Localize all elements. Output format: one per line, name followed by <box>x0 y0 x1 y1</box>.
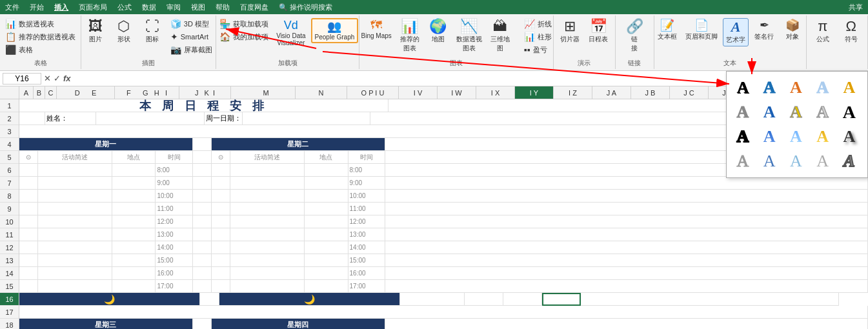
wordart-item-12[interactable]: A <box>758 126 780 148</box>
name-value[interactable] <box>96 112 205 125</box>
get-addins-btn[interactable]: 🏪 获取加载项 <box>217 18 271 30</box>
line-chart-btn[interactable]: 📈 折线 <box>521 18 554 30</box>
col-header-IX[interactable]: I X <box>476 86 515 99</box>
recommended-pivot-btn[interactable]: 📋 推荐的数据透视表 <box>3 31 78 43</box>
wordart-item-9[interactable]: A <box>812 101 834 123</box>
mon-r6-c3[interactable] <box>112 164 156 177</box>
tue-r6-c3[interactable] <box>305 164 348 177</box>
menu-insert[interactable]: 插入 <box>54 3 68 12</box>
col-header-IZ[interactable]: I Z <box>554 86 592 99</box>
selected-cell-IY16[interactable] <box>542 293 581 306</box>
wordart-item-10[interactable]: A <box>838 101 860 123</box>
icons-btn[interactable]: ⛶ 图标 <box>139 18 165 45</box>
wordart-item-5[interactable]: A <box>838 77 860 99</box>
monday-date-value[interactable] <box>243 112 370 125</box>
gap-4[interactable] <box>193 138 212 151</box>
text-group-label: 文本 <box>723 57 736 68</box>
textbox-icon: 📝 <box>660 19 674 31</box>
col-header-N[interactable]: N <box>296 86 347 99</box>
formula-check-btn[interactable]: ✓ <box>54 74 61 83</box>
col-header-JA[interactable]: J A <box>592 86 631 99</box>
col-header-IY[interactable]: I Y <box>515 86 554 99</box>
col-header-E[interactable]: F G H I <box>115 86 179 99</box>
wordart-item-17[interactable]: A <box>758 150 780 172</box>
wordart-item-20[interactable]: A <box>838 150 860 172</box>
wordart-item-1[interactable]: A <box>732 77 754 99</box>
col-header-B[interactable]: B <box>34 86 45 99</box>
col-header-JC[interactable]: J C <box>670 86 709 99</box>
col-header-M[interactable]: M <box>231 86 296 99</box>
wordart-item-14[interactable]: A <box>812 126 834 148</box>
wordart-item-15[interactable]: A <box>838 126 860 148</box>
wordart-item-18[interactable]: A <box>785 150 807 172</box>
wordart-item-7[interactable]: A <box>758 101 780 123</box>
visio-btn[interactable]: Vd Visio DataVisualizer <box>274 18 308 48</box>
menu-review[interactable]: 审阅 <box>167 3 181 12</box>
shapes-btn[interactable]: ⬡ 形状 <box>111 18 137 45</box>
mon-r6-c1[interactable] <box>19 164 38 177</box>
header-footer-btn[interactable]: 📄 页眉和页脚 <box>683 18 720 43</box>
slicer-btn[interactable]: ⊞ 切片器 <box>557 18 583 45</box>
screenshot-btn[interactable]: 📷 屏幕截图 <box>168 44 215 55</box>
wordart-item-16[interactable]: A <box>732 150 754 172</box>
my-addins-btn[interactable]: 🏠 我的加载项 <box>217 31 271 43</box>
table-btn[interactable]: ⬛ 表格 <box>3 44 78 55</box>
menu-home[interactable]: 开始 <box>30 3 44 12</box>
wordart-item-4[interactable]: A <box>812 77 834 99</box>
textbox-btn[interactable]: 📝 文本框 <box>654 18 680 43</box>
winloss-chart-btn[interactable]: ▪▪ 盈亏 <box>521 44 554 55</box>
col-header-JB[interactable]: J B <box>631 86 670 99</box>
people-graph-btn[interactable]: 👥 People Graph <box>311 18 359 43</box>
smartart-btn[interactable]: ✦ SmartArt <box>168 31 215 43</box>
tue-r6-c1[interactable] <box>212 164 230 177</box>
menu-file[interactable]: 文件 <box>5 3 19 12</box>
menu-formula[interactable]: 公式 <box>117 3 132 12</box>
bing-maps-btn[interactable]: 🗺 Bing Maps <box>359 18 394 41</box>
wordart-btn[interactable]: A 艺术字 <box>723 18 749 46</box>
menu-help[interactable]: 帮助 <box>216 3 230 12</box>
wordart-item-13[interactable]: A <box>785 126 807 148</box>
gap-5[interactable] <box>193 151 212 164</box>
cell-a2[interactable] <box>19 112 45 125</box>
formula-x-btn[interactable]: ✕ <box>44 74 51 83</box>
pivot-chart-btn[interactable]: 📉 数据透视图表 <box>454 18 485 54</box>
3d-model-btn[interactable]: 🧊 3D 模型 <box>168 18 215 30</box>
bar-chart-btn[interactable]: 📊 柱形 <box>521 31 554 43</box>
col-header-A[interactable]: A <box>19 86 34 99</box>
wordart-grid: A A A A A A A A A A A A A A A A A A A A <box>727 72 867 177</box>
menu-search[interactable]: 🔍 操作说明搜索 <box>279 3 332 12</box>
col-header-IW[interactable]: I W <box>438 86 476 99</box>
maps-btn[interactable]: 🌍 地图 <box>425 18 451 45</box>
signature-btn[interactable]: ✒ 签名行 <box>751 18 777 43</box>
menu-page-layout[interactable]: 页面布局 <box>79 3 107 12</box>
wordart-item-19[interactable]: A <box>812 150 834 172</box>
wordart-item-8[interactable]: A <box>785 101 807 123</box>
symbol-btn[interactable]: Ω 符号 <box>838 18 864 45</box>
icons-icon: ⛶ <box>145 19 159 34</box>
object-btn[interactable]: 📦 对象 <box>780 18 805 43</box>
col-header-F[interactable]: J K I <box>179 86 231 99</box>
menu-baidu[interactable]: 百度网盘 <box>240 3 268 12</box>
timeline-btn[interactable]: 📅 日程表 <box>585 18 611 45</box>
gap-6[interactable] <box>193 164 212 177</box>
cell-reference-input[interactable] <box>3 73 41 85</box>
picture-btn[interactable]: 🖼 图片 <box>83 18 108 45</box>
col-header-O[interactable]: O P I U <box>347 86 399 99</box>
recommended-charts-btn[interactable]: 📊 推荐的图表 <box>397 18 423 54</box>
mon-r6-c2[interactable] <box>38 164 112 177</box>
wordart-item-3[interactable]: A <box>785 77 807 99</box>
menu-data[interactable]: 数据 <box>142 3 156 12</box>
menu-view[interactable]: 视图 <box>191 3 205 12</box>
wordart-item-11[interactable]: A <box>732 126 754 148</box>
col-header-IV[interactable]: I V <box>399 86 438 99</box>
col-header-C[interactable]: C <box>45 86 57 99</box>
col-header-D[interactable]: D E <box>57 86 115 99</box>
3d-map-btn[interactable]: 🏔 三维地图 <box>487 18 513 54</box>
wordart-item-6[interactable]: A <box>732 101 754 123</box>
wordart-item-2[interactable]: A <box>758 77 780 99</box>
formula-btn[interactable]: π 公式 <box>810 18 836 45</box>
share-button[interactable]: 共享 <box>849 3 863 12</box>
link-btn[interactable]: 🔗 链接 <box>621 18 647 54</box>
pivot-table-btn[interactable]: 📊 数据透视表 <box>3 18 78 30</box>
tue-r6-c2[interactable] <box>230 164 305 177</box>
